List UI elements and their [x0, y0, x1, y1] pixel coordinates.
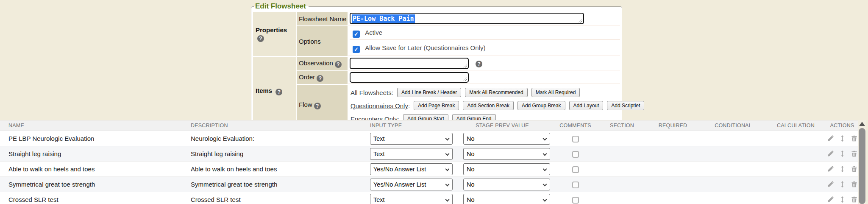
help-icon[interactable]: ?: [317, 75, 323, 82]
stage-prev-value-select[interactable]: No: [463, 194, 550, 204]
flowsheet-name-selected-text: PE-Low Back Pain: [352, 14, 415, 23]
properties-section-label: Properties: [256, 26, 287, 34]
stage-prev-value-select[interactable]: No: [463, 163, 550, 175]
order-input[interactable]: [350, 72, 469, 83]
move-row-icon[interactable]: [839, 181, 846, 187]
comments-checkbox[interactable]: [572, 151, 579, 158]
item-name: Straight leg raising: [0, 150, 182, 157]
delete-trash-icon[interactable]: [851, 196, 857, 203]
input-type-select[interactable]: Text: [370, 148, 453, 160]
resize-grip-icon[interactable]: [463, 77, 467, 81]
move-row-icon[interactable]: [839, 135, 846, 142]
input-type-select[interactable]: Yes/No Answer List: [370, 179, 453, 190]
fieldset-legend: Edit Flowsheet: [254, 2, 309, 11]
item-description: Symmetrical great toe strength: [182, 181, 360, 188]
all-flowsheets-label: All Flowsheets:: [351, 89, 393, 96]
vertical-scrollbar[interactable]: [858, 120, 866, 204]
help-icon[interactable]: ?: [314, 103, 321, 109]
comments-checkbox[interactable]: [572, 182, 579, 188]
scrollbar-thumb[interactable]: [859, 128, 865, 204]
header-conditional: CONDITIONAL: [701, 123, 765, 129]
item-name: Symmetrical great toe strength: [0, 181, 182, 188]
edit-flowsheet-fieldset: Edit Flowsheet Properties ? Flowsheet Na…: [251, 2, 622, 129]
table-row: Crossed SLR test Crossed SLR test Text N…: [0, 192, 858, 204]
edit-pencil-icon[interactable]: [827, 181, 834, 187]
table-header-row: NAME DESCRIPTION INPUT TYPE STAGE PREV V…: [0, 120, 858, 131]
flowsheet-items-table: NAME DESCRIPTION INPUT TYPE STAGE PREV V…: [0, 120, 858, 204]
item-description: Crossed SLR test: [182, 196, 360, 203]
move-row-icon[interactable]: [839, 166, 846, 172]
flowsheet-name-input[interactable]: PE-Low Back Pain: [350, 13, 584, 24]
add-page-break-button[interactable]: Add Page Break: [414, 101, 459, 110]
observation-label: Observation: [299, 59, 333, 67]
move-row-icon[interactable]: [839, 151, 846, 157]
questionnaires-only-row: Questionnaires Only: Add Page Break Add …: [351, 101, 620, 110]
add-group-break-button[interactable]: Add Group Break: [517, 101, 565, 110]
active-checkbox[interactable]: ✓: [353, 31, 360, 38]
stage-prev-value-select[interactable]: No: [463, 133, 550, 145]
order-label: Order: [299, 73, 315, 81]
header-comments: COMMENTS: [551, 123, 600, 129]
edit-pencil-icon[interactable]: [827, 135, 834, 142]
table-row: Able to walk on heels and toes Able to w…: [0, 162, 858, 177]
resize-grip-icon[interactable]: [463, 64, 467, 67]
mark-all-recommended-button[interactable]: Mark All Recommended: [465, 88, 527, 97]
add-section-break-button[interactable]: Add Section Break: [463, 101, 513, 110]
stage-prev-value-select[interactable]: No: [463, 148, 550, 160]
item-description: Neurologic Evaluation:: [182, 135, 360, 142]
comments-checkbox[interactable]: [572, 166, 579, 173]
flowsheet-name-label: Flowsheet Name: [297, 12, 348, 25]
active-checkbox-label: Active: [365, 29, 382, 36]
flow-label: Flow: [299, 101, 312, 108]
add-layout-button[interactable]: Add Layout: [569, 101, 604, 110]
edit-pencil-icon[interactable]: [827, 166, 834, 172]
help-icon[interactable]: ?: [257, 35, 264, 42]
item-description: Able to walk on heels and toes: [182, 165, 360, 173]
add-line-break-header-button[interactable]: Add Line Break / Header: [397, 88, 461, 97]
header-description: DESCRIPTION: [182, 123, 360, 129]
edit-pencil-icon[interactable]: [827, 151, 834, 157]
help-icon[interactable]: ?: [275, 89, 282, 95]
delete-trash-icon[interactable]: [851, 166, 857, 172]
properties-section-cell: Properties ?: [253, 12, 296, 56]
allow-save-checkbox[interactable]: ✓: [353, 46, 360, 53]
comments-checkbox[interactable]: [572, 197, 579, 204]
move-row-icon[interactable]: [839, 196, 846, 203]
input-type-select[interactable]: Text: [370, 194, 453, 204]
table-row: PE LBP Neurologic Evaluation Neurologic …: [0, 131, 858, 146]
items-section-cell: Items ?: [253, 57, 296, 126]
help-icon[interactable]: ?: [476, 61, 482, 67]
resize-grip-icon[interactable]: [579, 19, 582, 22]
header-stage-prev-value: STAGE PREV VALUE: [453, 123, 551, 129]
items-section-label: Items: [256, 87, 272, 94]
header-input-type: INPUT TYPE: [360, 123, 453, 129]
mark-all-required-button[interactable]: Mark All Required: [531, 88, 580, 97]
item-name: PE LBP Neurologic Evaluation: [0, 135, 182, 142]
allow-save-checkbox-label: Allow Save for Later (Questionnaires Onl…: [365, 44, 485, 51]
add-scriptlet-button[interactable]: Add Scriptlet: [607, 101, 644, 110]
comments-checkbox[interactable]: [572, 136, 579, 143]
questionnaires-only-label: Questionnaires Only: [351, 102, 408, 109]
header-calculation: CALCULATION: [765, 123, 826, 129]
item-name: Able to walk on heels and toes: [0, 165, 182, 173]
header-section: SECTION: [600, 123, 644, 129]
delete-trash-icon[interactable]: [851, 135, 857, 142]
item-name: Crossed SLR test: [0, 196, 182, 203]
options-label: Options: [297, 26, 348, 56]
properties-table: Properties ? Flowsheet Name PE-Low Back …: [252, 11, 621, 126]
questionnaires-only-colon: :: [408, 102, 410, 109]
stage-prev-value-select[interactable]: No: [463, 179, 550, 190]
help-icon[interactable]: ?: [335, 61, 342, 68]
table-row: Straight leg raising Straight leg raisin…: [0, 146, 858, 162]
delete-trash-icon[interactable]: [851, 181, 857, 187]
edit-pencil-icon[interactable]: [827, 196, 834, 203]
input-type-select[interactable]: Text: [370, 133, 453, 145]
header-actions: ACTIONS: [826, 123, 858, 129]
delete-trash-icon[interactable]: [851, 151, 857, 157]
input-type-select[interactable]: Yes/No Answer List: [370, 163, 453, 175]
item-description: Straight leg raising: [182, 150, 360, 157]
all-flowsheets-row: All Flowsheets: Add Line Break / Header …: [351, 88, 620, 97]
header-name: NAME: [0, 123, 182, 129]
scroll-up-arrow-icon[interactable]: [859, 122, 865, 126]
observation-input[interactable]: [350, 58, 469, 69]
